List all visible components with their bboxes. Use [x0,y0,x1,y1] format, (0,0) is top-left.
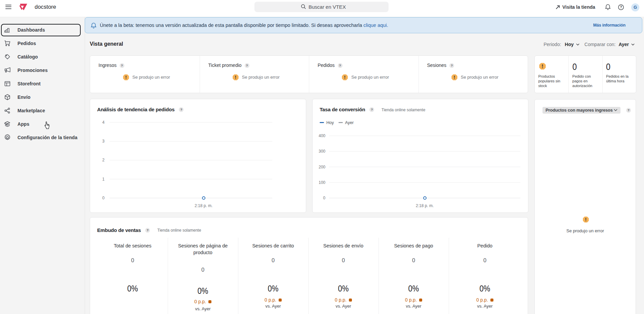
svg-text:?: ? [620,5,622,9]
